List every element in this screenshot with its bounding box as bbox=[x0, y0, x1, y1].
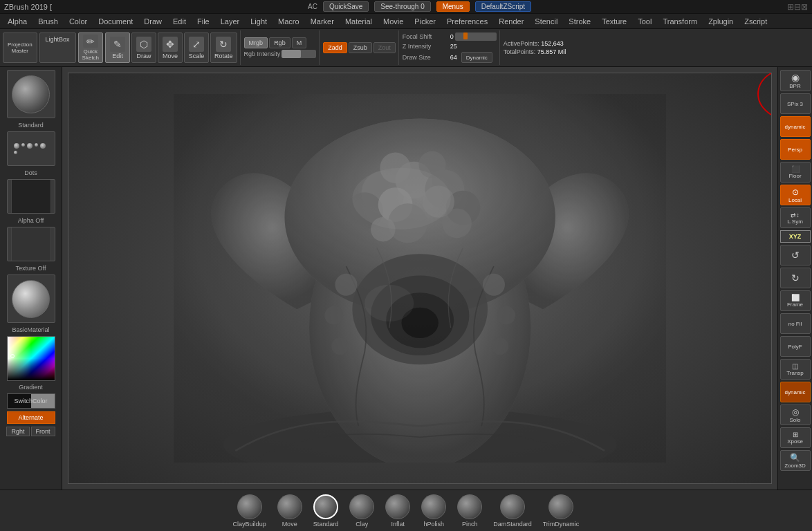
spix-button[interactable]: SPix 3 bbox=[780, 93, 811, 114]
rotate-right-icon: ↻ bbox=[791, 272, 800, 283]
menu-layer[interactable]: Layer bbox=[216, 16, 245, 27]
focal-group: Focal Shift 0 Z Intensity 25 Draw Size 6… bbox=[403, 30, 500, 65]
menu-light[interactable]: Light bbox=[246, 16, 272, 27]
hpolish-ball bbox=[421, 494, 446, 519]
switch-color-button[interactable]: SwitchColor bbox=[7, 393, 55, 409]
lsym-button[interactable]: ⇄↕ L.Sym bbox=[780, 207, 811, 228]
xyz-button[interactable]: XYZ bbox=[780, 230, 811, 243]
brush-move[interactable]: Move bbox=[275, 493, 305, 529]
claybuildup-label: ClayBuildup bbox=[233, 521, 266, 528]
dots-thumbnail[interactable] bbox=[7, 131, 55, 166]
brush-pinch[interactable]: Pinch bbox=[454, 493, 485, 529]
rgb-button[interactable]: Rgb bbox=[269, 37, 290, 48]
front-button[interactable]: Front bbox=[31, 427, 55, 436]
frame-button[interactable]: ⬜ Frame bbox=[780, 290, 811, 311]
menu-zplugin[interactable]: Zplugin bbox=[703, 16, 738, 27]
color-picker[interactable] bbox=[7, 336, 55, 381]
dots-pattern bbox=[11, 140, 51, 157]
draw-icon: ⬡ bbox=[136, 37, 151, 52]
rotate-button[interactable]: ↻ Rotate bbox=[210, 32, 237, 63]
brush-trimdynamic[interactable]: TrimDynamic bbox=[540, 493, 582, 529]
solo-button[interactable]: ◎ Solo bbox=[780, 404, 811, 425]
menu-draw[interactable]: Draw bbox=[139, 16, 167, 27]
menu-macro[interactable]: Macro bbox=[273, 16, 304, 27]
default-zscript-button[interactable]: DefaultZScript bbox=[475, 1, 531, 12]
menu-alpha[interactable]: Alpha bbox=[3, 16, 32, 27]
material-label: BasicMaterial bbox=[12, 326, 49, 333]
menu-preferences[interactable]: Preferences bbox=[442, 16, 492, 27]
xpose-button[interactable]: ⊞ Xpose bbox=[780, 427, 811, 448]
menu-marker[interactable]: Marker bbox=[306, 16, 339, 27]
menu-edit[interactable]: Edit bbox=[168, 16, 191, 27]
transp-button[interactable]: ◫ Transp bbox=[780, 359, 811, 380]
menu-render[interactable]: Render bbox=[494, 16, 528, 27]
material-thumbnail[interactable] bbox=[7, 274, 55, 323]
menu-zscript[interactable]: Zscript bbox=[739, 16, 772, 27]
menu-picker[interactable]: Picker bbox=[409, 16, 441, 27]
zoom3d-button[interactable]: 🔍 Zoom3D bbox=[780, 450, 811, 471]
quick-sketch-button[interactable]: ✏ Quick Sketch bbox=[78, 32, 103, 63]
quick-save-button[interactable]: QuickSave bbox=[323, 1, 369, 12]
dynamic2-button[interactable]: dynamic bbox=[780, 382, 811, 402]
menu-tool[interactable]: Tool bbox=[633, 16, 656, 27]
floor-button[interactable]: ⬛ Floor bbox=[780, 162, 811, 183]
red-curve bbox=[716, 73, 771, 129]
menu-color[interactable]: Color bbox=[64, 16, 92, 27]
draw-size-val: 64 bbox=[450, 54, 457, 61]
persp-button[interactable]: Persp bbox=[780, 139, 811, 160]
menu-stencil[interactable]: Stencil bbox=[530, 16, 562, 27]
left-panel: Standard Dots Alpha Off Texture Off bbox=[0, 67, 62, 490]
rght-button[interactable]: Rght bbox=[6, 427, 29, 436]
rotate-left-button[interactable]: ↺ bbox=[780, 245, 811, 266]
local-button[interactable]: ⊙ Local bbox=[780, 185, 811, 205]
draw-button[interactable]: ⬡ Draw bbox=[131, 32, 156, 63]
dynamic-button[interactable]: Dynamic bbox=[461, 52, 492, 63]
zadd-button[interactable]: Zadd bbox=[323, 42, 347, 53]
brush-label: Standard bbox=[18, 122, 44, 129]
brush-claybuildup[interactable]: ClayBuildup bbox=[230, 493, 269, 529]
menu-document[interactable]: Document bbox=[93, 16, 138, 27]
menu-brush[interactable]: Brush bbox=[33, 16, 63, 27]
dot-5 bbox=[40, 143, 46, 149]
zout-button[interactable]: Zout bbox=[373, 42, 396, 53]
gradient-label: Gradient bbox=[19, 384, 43, 391]
brush-standard[interactable]: Standard bbox=[311, 493, 342, 529]
brush-thumbnail[interactable] bbox=[7, 70, 55, 118]
svg-point-23 bbox=[483, 273, 505, 295]
edit-button[interactable]: ✎ Edit bbox=[105, 32, 130, 63]
menus-button[interactable]: Menus bbox=[436, 1, 470, 12]
bpr-button[interactable]: ◉ BPR bbox=[780, 70, 811, 91]
menu-texture[interactable]: Texture bbox=[597, 16, 631, 27]
rotate-right-button[interactable]: ↻ bbox=[780, 268, 811, 288]
move-button[interactable]: ✥ Move bbox=[158, 32, 183, 63]
polyf-button[interactable]: PolyF bbox=[780, 336, 811, 357]
brush-hpolish[interactable]: hPolish bbox=[418, 493, 449, 529]
lightbox-button[interactable]: LightBox bbox=[39, 32, 76, 63]
alpha-label: Alpha Off bbox=[18, 217, 44, 224]
app-title: ZBrush 2019 [ bbox=[4, 3, 52, 11]
texture-thumbnail[interactable] bbox=[7, 227, 55, 261]
brush-clay[interactable]: Clay bbox=[347, 493, 377, 529]
menu-file[interactable]: File bbox=[192, 16, 214, 27]
move-icon: ✥ bbox=[163, 37, 178, 52]
m-button[interactable]: M bbox=[292, 37, 307, 48]
menu-material[interactable]: Material bbox=[340, 16, 377, 27]
projection-master-button[interactable]: Projection Master bbox=[3, 32, 37, 63]
alternate-button[interactable]: Alternate bbox=[7, 411, 55, 424]
see-through-button[interactable]: See-through 0 bbox=[374, 1, 430, 12]
canvas-area[interactable] bbox=[62, 67, 777, 490]
menu-movie[interactable]: Movie bbox=[378, 16, 408, 27]
mrgb-button[interactable]: Mrgb bbox=[244, 37, 268, 48]
alpha-thumbnail[interactable] bbox=[7, 179, 55, 214]
svg-point-28 bbox=[352, 167, 450, 229]
menu-transform[interactable]: Transform bbox=[658, 16, 702, 27]
nofill-button[interactable]: no Fil bbox=[780, 313, 811, 334]
texture-label: Texture Off bbox=[16, 265, 46, 272]
brush-inflat[interactable]: Inflat bbox=[382, 493, 413, 529]
dynamic-button-r[interactable]: dynamic bbox=[780, 116, 811, 137]
menu-stroke[interactable]: Stroke bbox=[564, 16, 596, 27]
scale-button[interactable]: ⤢ Scale bbox=[184, 32, 209, 63]
bpr-icon: ◉ bbox=[791, 72, 800, 83]
zsub-button[interactable]: Zsub bbox=[349, 42, 372, 53]
brush-damstandard[interactable]: DamStandard bbox=[490, 493, 535, 529]
